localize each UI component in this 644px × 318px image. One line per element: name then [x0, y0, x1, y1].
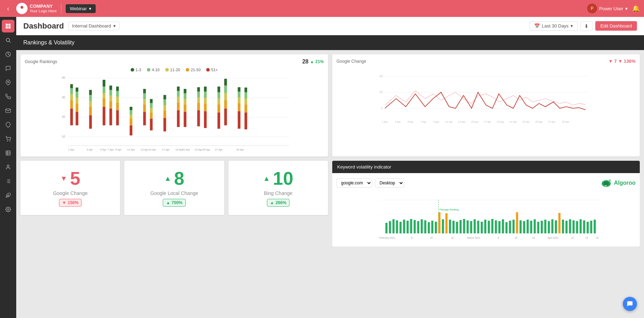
google-rankings-card: Google Rankings 28 ▲ 21% 1-3: [20, 54, 328, 157]
svg-rect-58: [116, 110, 119, 125]
svg-rect-70: [143, 99, 146, 104]
calendar-icon: 📅: [534, 23, 540, 29]
volatility-controls: google.com bing.com Desktop Mobile: [336, 177, 636, 189]
back-button[interactable]: ‹: [4, 4, 12, 14]
chart-title-row: Google Change ▼ 7 ▼ 136%: [336, 59, 636, 64]
svg-rect-181: [424, 220, 427, 233]
svg-rect-89: [184, 104, 186, 112]
svg-text:February 2021: February 2021: [379, 237, 395, 239]
svg-rect-2: [8, 24, 11, 26]
user-menu-button[interactable]: P Power User ▾: [587, 4, 628, 13]
sidebar-item-analytics[interactable]: [2, 48, 14, 61]
download-icon: ⬇: [584, 23, 589, 29]
search-engine-select[interactable]: google.com bing.com: [336, 178, 372, 188]
legend-dot: [186, 68, 189, 72]
svg-text:5 Apr: 5 Apr: [407, 120, 414, 123]
dashboard-selector[interactable]: Internal Dashboard ▾: [68, 22, 120, 30]
export-button[interactable]: ⬇: [580, 21, 592, 31]
sidebar-item-location[interactable]: [2, 118, 14, 131]
svg-rect-115: [238, 97, 240, 103]
sidebar-item-cart[interactable]: [2, 133, 14, 145]
svg-rect-187: [446, 213, 448, 233]
svg-rect-72: [143, 89, 146, 93]
nav-right: P Power User ▾ 🔔: [587, 4, 640, 13]
sidebar-item-home[interactable]: [2, 20, 14, 32]
bar-chart-svg: 40 30 20 10: [25, 75, 324, 152]
svg-text:1 Apr: 1 Apr: [382, 120, 388, 123]
date-range-button[interactable]: 📅 Last 30 Days ▾: [530, 21, 578, 31]
svg-rect-100: [204, 98, 207, 103]
volatility-selects: google.com bing.com Desktop Mobile: [336, 178, 404, 188]
svg-rect-171: [389, 221, 391, 233]
device-select[interactable]: Desktop Mobile: [375, 178, 404, 188]
sidebar-item-email[interactable]: [2, 104, 14, 117]
svg-rect-33: [70, 109, 73, 126]
algoroo-logo: Algoroo: [601, 177, 636, 189]
svg-rect-71: [143, 93, 146, 99]
svg-rect-216: [548, 221, 550, 233]
svg-point-161: [608, 180, 609, 181]
sidebar-item-user[interactable]: [2, 161, 14, 173]
webinar-button[interactable]: Webinar ▾: [66, 4, 96, 13]
svg-rect-178: [414, 220, 416, 233]
svg-text:25 Apr: 25 Apr: [202, 148, 210, 151]
svg-rect-229: [594, 220, 596, 233]
sidebar-item-settings[interactable]: [2, 203, 14, 216]
metric-badge: ▼ 150%: [59, 199, 82, 207]
svg-rect-101: [204, 92, 207, 98]
company-logo: COMPANY Your Logo Here: [16, 3, 57, 14]
charts-grid: Google Rankings 28 ▲ 21% 1-3: [16, 50, 644, 161]
metric-value-row: ▲ 8: [164, 169, 184, 188]
legend-4-10: 4-10: [147, 68, 160, 72]
svg-text:7 Apr: 7 Apr: [421, 120, 427, 123]
svg-rect-1: [6, 24, 8, 26]
sidebar-item-plugin[interactable]: [2, 189, 14, 202]
sidebar-item-phone[interactable]: [2, 90, 14, 103]
svg-rect-60: [116, 97, 119, 102]
svg-rect-50: [103, 93, 106, 98]
svg-rect-114: [238, 103, 240, 111]
svg-rect-82: [163, 95, 166, 99]
svg-rect-184: [435, 222, 437, 233]
svg-text:April 2021: April 2021: [548, 237, 559, 239]
svg-rect-36: [70, 88, 73, 94]
chevron-down-icon: ▾: [625, 6, 628, 11]
legend-dot: [147, 68, 150, 72]
svg-rect-54: [109, 101, 112, 109]
sidebar-item-table[interactable]: [2, 147, 14, 159]
svg-rect-197: [481, 222, 483, 233]
line-chart: 40 20 0 1 Apr 3 Apr 5 Apr 7 Apr: [336, 67, 636, 137]
svg-rect-34: [70, 100, 73, 109]
down-arrow-icon: ▼: [60, 175, 67, 183]
svg-text:...: ...: [380, 199, 382, 201]
svg-rect-188: [449, 220, 451, 233]
svg-rect-205: [509, 221, 511, 233]
edit-dashboard-button[interactable]: Edit Dashboard: [595, 21, 637, 31]
chat-button[interactable]: [623, 297, 637, 311]
svg-text:22: 22: [532, 237, 535, 239]
svg-text:21 Apr: 21 Apr: [509, 120, 517, 123]
svg-rect-208: [520, 220, 522, 233]
sidebar-item-pin[interactable]: [2, 76, 14, 89]
sidebar-item-search[interactable]: [2, 34, 14, 47]
svg-rect-77: [150, 99, 153, 103]
svg-rect-186: [442, 219, 444, 233]
svg-line-6: [9, 41, 11, 43]
svg-rect-87: [177, 86, 180, 91]
page-title: Dashboard: [23, 22, 64, 31]
svg-rect-47: [89, 90, 92, 95]
svg-rect-79: [163, 110, 166, 118]
svg-rect-85: [177, 97, 180, 102]
svg-text:8: 8: [498, 237, 499, 239]
svg-text:17 Apr: 17 Apr: [162, 148, 170, 151]
sidebar-item-list[interactable]: [2, 175, 14, 188]
svg-rect-227: [587, 222, 589, 233]
svg-rect-217: [551, 219, 554, 233]
notifications-bell[interactable]: 🔔: [632, 5, 640, 12]
sidebar-item-chat[interactable]: [2, 62, 14, 75]
legend-11-20: 11-20: [165, 68, 180, 72]
svg-rect-202: [499, 221, 501, 233]
metric-value-row: ▲ 10: [263, 169, 293, 188]
volatility-section: Keyword volatility indicator google.com …: [332, 161, 640, 246]
svg-rect-172: [393, 219, 395, 233]
